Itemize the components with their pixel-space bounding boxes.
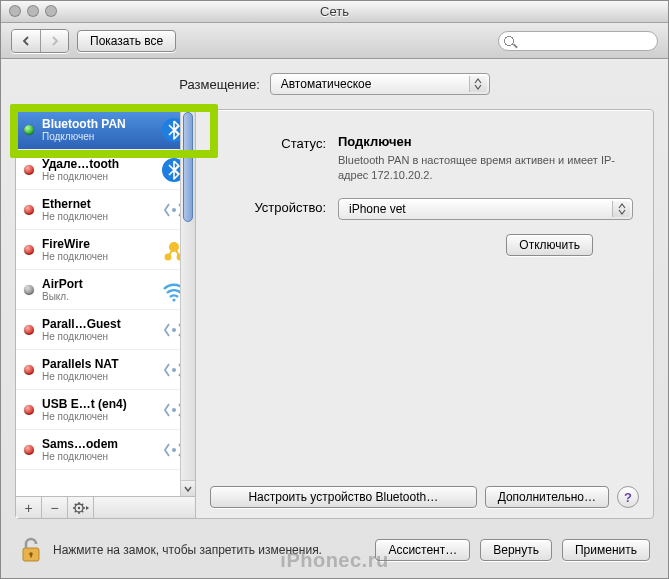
service-status: Не подключен xyxy=(42,451,153,462)
service-status: Не подключен xyxy=(42,251,153,262)
chevron-updown-icon xyxy=(469,76,487,92)
service-name: Sams…odem xyxy=(42,437,153,451)
window-title: Сеть xyxy=(320,4,349,19)
service-status: Не подключен xyxy=(42,371,153,382)
sidebar-footer: + − xyxy=(16,496,195,518)
service-status: Подключен xyxy=(42,131,153,142)
svg-rect-25 xyxy=(30,554,32,558)
service-name: Bluetooth PAN xyxy=(42,117,153,131)
status-dot-icon xyxy=(24,445,34,455)
content: Размещение: Автоматическое Bluetooth PAN… xyxy=(1,61,668,578)
service-name: Parall…Guest xyxy=(42,317,153,331)
sidebar-item[interactable]: Sams…odemНе подключен xyxy=(16,430,195,470)
service-name: AirPort xyxy=(42,277,153,291)
svg-point-11 xyxy=(172,408,176,412)
svg-line-21 xyxy=(74,510,75,511)
svg-line-19 xyxy=(74,503,75,504)
location-value: Автоматическое xyxy=(281,77,372,91)
nav-segmented xyxy=(11,29,69,53)
scroll-down-button[interactable] xyxy=(181,480,195,496)
toolbar: Показать все xyxy=(1,23,668,59)
status-dot-icon xyxy=(24,365,34,375)
detail-pane: Статус: Подключен Bluetooth PAN в настоя… xyxy=(196,110,653,518)
svg-point-12 xyxy=(172,448,176,452)
sidebar-item[interactable]: EthernetНе подключен xyxy=(16,190,195,230)
titlebar: Сеть xyxy=(1,1,668,23)
service-name: Удале…tooth xyxy=(42,157,153,171)
disconnect-button[interactable]: Отключить xyxy=(506,234,593,256)
sidebar-item[interactable]: Parall…GuestНе подключен xyxy=(16,310,195,350)
show-all-button[interactable]: Показать все xyxy=(77,30,176,52)
sidebar-item[interactable]: AirPortВыкл. xyxy=(16,270,195,310)
traffic-lights xyxy=(9,5,57,17)
minimize-icon[interactable] xyxy=(27,5,39,17)
device-value: iPhone vet xyxy=(349,202,406,216)
detail-bottom-buttons: Настроить устройство Bluetooth… Дополнит… xyxy=(210,486,639,508)
location-row: Размещение: Автоматическое xyxy=(15,73,654,95)
svg-point-9 xyxy=(172,328,176,332)
device-select[interactable]: iPhone vet xyxy=(338,198,633,220)
service-status: Не подключен xyxy=(42,211,153,222)
status-dot-icon xyxy=(24,245,34,255)
scroll-thumb[interactable] xyxy=(183,112,193,222)
service-name: FireWire xyxy=(42,237,153,251)
svg-point-8 xyxy=(172,298,175,301)
sidebar-item[interactable]: FireWireНе подключен xyxy=(16,230,195,270)
svg-point-14 xyxy=(77,506,79,508)
add-service-button[interactable]: + xyxy=(16,497,42,518)
location-label: Размещение: xyxy=(179,77,260,92)
forward-button[interactable] xyxy=(40,30,68,52)
service-status: Не подключен xyxy=(42,171,153,182)
main-box: Bluetooth PANПодключенУдале…toothНе подк… xyxy=(15,109,654,519)
services-list: Bluetooth PANПодключенУдале…toothНе подк… xyxy=(16,110,195,496)
status-value: Подключен xyxy=(338,134,633,149)
status-dot-icon xyxy=(24,205,34,215)
lock-icon[interactable] xyxy=(19,536,43,564)
search-input[interactable] xyxy=(498,31,658,51)
service-status: Не подключен xyxy=(42,411,153,422)
search-wrap xyxy=(498,31,658,51)
svg-line-20 xyxy=(81,510,82,511)
network-prefs-window: Сеть Показать все Размещение: Автоматиче… xyxy=(0,0,669,579)
sidebar-item[interactable]: Parallels NATНе подключен xyxy=(16,350,195,390)
scrollbar[interactable] xyxy=(180,110,195,496)
lock-row: Нажмите на замок, чтобы запретить измене… xyxy=(19,536,650,564)
zoom-icon[interactable] xyxy=(45,5,57,17)
svg-point-10 xyxy=(172,368,176,372)
status-description: Bluetooth PAN в настоящее время активен … xyxy=(338,153,633,184)
action-menu-button[interactable] xyxy=(68,497,94,518)
back-button[interactable] xyxy=(12,30,40,52)
lock-text: Нажмите на замок, чтобы запретить измене… xyxy=(53,543,322,557)
configure-bluetooth-button[interactable]: Настроить устройство Bluetooth… xyxy=(210,486,477,508)
status-dot-icon xyxy=(24,285,34,295)
remove-service-button[interactable]: − xyxy=(42,497,68,518)
sidebar-item[interactable]: USB E…t (en4)Не подключен xyxy=(16,390,195,430)
advanced-button[interactable]: Дополнительно… xyxy=(485,486,609,508)
service-name: Ethernet xyxy=(42,197,153,211)
service-name: Parallels NAT xyxy=(42,357,153,371)
device-label: Устройство: xyxy=(216,198,326,220)
service-name: USB E…t (en4) xyxy=(42,397,153,411)
service-status: Не подключен xyxy=(42,331,153,342)
status-dot-icon xyxy=(24,325,34,335)
svg-point-2 xyxy=(172,208,176,212)
status-dot-icon xyxy=(24,125,34,135)
apply-button[interactable]: Применить xyxy=(562,539,650,561)
revert-button[interactable]: Вернуть xyxy=(480,539,552,561)
assist-button[interactable]: Ассистент… xyxy=(375,539,470,561)
status-dot-icon xyxy=(24,165,34,175)
svg-line-22 xyxy=(81,503,82,504)
services-sidebar: Bluetooth PANПодключенУдале…toothНе подк… xyxy=(16,110,196,518)
help-button[interactable]: ? xyxy=(617,486,639,508)
location-select[interactable]: Автоматическое xyxy=(270,73,490,95)
close-icon[interactable] xyxy=(9,5,21,17)
sidebar-item[interactable]: Bluetooth PANПодключен xyxy=(16,110,195,150)
chevron-updown-icon xyxy=(612,201,630,217)
sidebar-item[interactable]: Удале…toothНе подключен xyxy=(16,150,195,190)
service-status: Выкл. xyxy=(42,291,153,302)
status-label: Статус: xyxy=(216,134,326,184)
status-dot-icon xyxy=(24,405,34,415)
